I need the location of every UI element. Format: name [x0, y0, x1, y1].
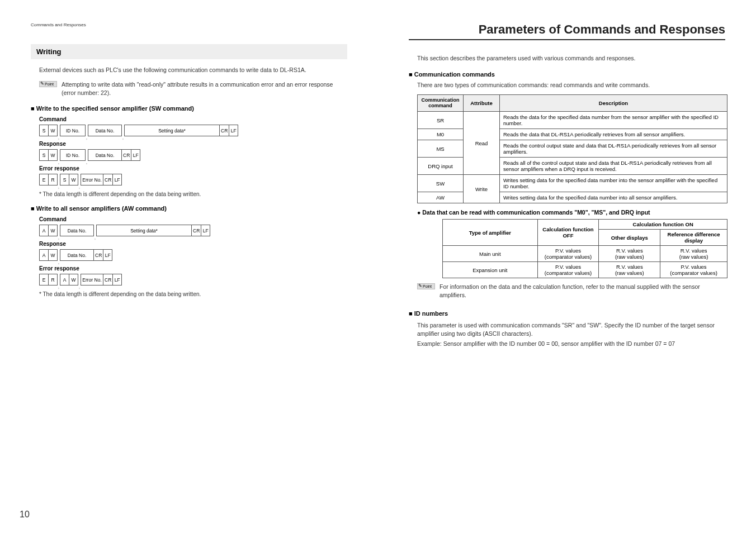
running-header: Commands and Responses — [31, 22, 347, 27]
section-title: Writing — [36, 47, 342, 56]
section-writing: Writing — [31, 44, 347, 59]
cell-main-other: R.V. values(raw values) — [599, 246, 660, 262]
cell-cr: CR — [192, 225, 201, 236]
cell-errno: Error No. — [81, 274, 103, 285]
cell-errno: Error No. — [81, 174, 103, 185]
cell-cr: CR — [103, 274, 113, 285]
point-badge: Point — [39, 81, 57, 87]
point-text: Attempting to write data with "read-only… — [62, 80, 347, 97]
cell-s: S — [40, 150, 49, 161]
cell-exp: Expansion unit — [443, 262, 538, 278]
cell-setting: Setting data* — [97, 225, 192, 236]
page-left: Commands and Responses Writing External … — [0, 0, 378, 533]
calc-table: Type of amplifier Calculation function O… — [442, 219, 727, 278]
desc-m0: Reads the data that DL-RS1A periodically… — [500, 129, 727, 140]
cell-s: S — [60, 174, 69, 185]
param-intro: This section describes the parameters us… — [417, 54, 725, 63]
aw-heading: ■ Write to all sensor amplifiers (AW com… — [31, 205, 347, 212]
cell-w: W — [49, 150, 58, 161]
point-note: Point Attempting to write data with "rea… — [39, 80, 347, 97]
th-calcoff: Calculation function OFF — [537, 220, 599, 246]
cell-datano: Data No. — [88, 125, 122, 136]
page-title-bar: Parameters of Commands and Responses — [409, 22, 725, 40]
cell-r: R — [49, 174, 58, 185]
desc-sw: Writes setting data for the specified da… — [500, 175, 727, 192]
cell-sw: SW — [418, 175, 464, 192]
row-exp: Expansion unit P.V. values(comparator va… — [443, 262, 727, 278]
cell-cr: CR — [122, 150, 131, 161]
th-ref: Reference difference display — [660, 230, 727, 246]
cell-setting: Setting data* — [125, 125, 220, 136]
cell-a: A — [40, 225, 49, 236]
row-main: Main unit P.V. values(comparator values)… — [443, 246, 727, 262]
cell-lf: LF — [201, 225, 210, 236]
cell-lf: LF — [113, 174, 122, 185]
th-attr: Attribute — [464, 94, 500, 112]
page-number: 10 — [20, 510, 30, 520]
dataread-heading: ● Data that can be read with communicati… — [417, 209, 725, 216]
cell-main-off: P.V. values(comparator values) — [537, 246, 599, 262]
cell-s: S — [40, 125, 49, 136]
cell-datano: Data No. — [88, 150, 122, 161]
cell-id: ID No. — [60, 150, 86, 161]
page-right: Parameters of Commands and Responses Thi… — [378, 0, 756, 533]
cell-e: E — [40, 274, 49, 285]
cell-lf: LF — [229, 125, 238, 136]
cell-datano: Data No. — [60, 225, 94, 236]
page-title: Parameters of Commands and Responses — [409, 22, 725, 40]
cell-datano: Data No. — [60, 250, 94, 261]
cell-w: W — [69, 274, 78, 285]
cell-exp-off: P.V. values(comparator values) — [537, 262, 599, 278]
sw-error-frame: E R S W Error No. CR LF — [39, 174, 347, 185]
cell-aw: AW — [418, 192, 464, 203]
cell-id: ID No. — [60, 125, 86, 136]
cell-write: Write — [464, 175, 500, 203]
sw-response-label: Response — [39, 141, 347, 147]
aw-command-frame: A W Data No. Setting data* CR LF — [39, 225, 347, 236]
aw-footnote: * The data length is different depending… — [39, 291, 347, 297]
cell-main: Main unit — [443, 246, 538, 262]
th-calcon: Calculation function ON — [599, 220, 727, 230]
cell-cr: CR — [94, 250, 103, 261]
cell-a: A — [40, 250, 49, 261]
cell-e: E — [40, 174, 49, 185]
cell-m0: M0 — [418, 129, 464, 140]
aw-response-label: Response — [39, 241, 347, 247]
sw-command-label: Command — [39, 116, 347, 122]
point-note-right: Point For information on the data and th… — [417, 283, 725, 299]
aw-response-frame: A W Data No. CR LF — [39, 249, 347, 261]
sw-heading: ■ Write to the specified sensor amplifie… — [31, 105, 347, 112]
cell-cr: CR — [220, 125, 229, 136]
th-type: Type of amplifier — [443, 220, 538, 246]
id-heading: ■ ID numbers — [409, 310, 725, 317]
writing-intro: External devices such as PLC's use the f… — [39, 66, 347, 75]
cell-w: W — [49, 250, 58, 261]
comm-table: Communication command Attribute Descript… — [417, 94, 727, 204]
cell-r: R — [49, 274, 58, 285]
desc-drq: Reads all of the control output state an… — [500, 158, 727, 175]
desc-ms: Reads the control output state and data … — [500, 140, 727, 158]
id-p2: Example: Sensor amplifier with the ID nu… — [417, 340, 725, 349]
th-cmd: Communication command — [418, 94, 464, 112]
cell-w: W — [49, 225, 58, 236]
id-p1: This parameter is used with communicatio… — [417, 321, 725, 339]
desc-aw: Writes setting data for the specified da… — [500, 192, 727, 203]
cell-ms: MS — [418, 140, 464, 158]
cell-read: Read — [464, 112, 500, 175]
cell-cr: CR — [103, 174, 113, 185]
comm-intro: There are two types of communication com… — [417, 81, 725, 90]
cell-w: W — [69, 174, 78, 185]
sw-error-label: Error response — [39, 165, 347, 172]
sw-response-frame: S W ID No. Data No. CR LF — [39, 149, 347, 161]
cell-main-ref: R.V. values(raw values) — [660, 246, 727, 262]
desc-sr: Reads the data for the specified data nu… — [500, 112, 727, 129]
comm-heading: ■ Communication commands — [409, 71, 725, 78]
sw-footnote: * The data length is different depending… — [39, 191, 347, 197]
cell-exp-other: R.V. values(raw values) — [599, 262, 660, 278]
sw-command-frame: S W ID No. Data No. Setting data* CR LF — [39, 125, 347, 136]
cell-lf: LF — [103, 250, 112, 261]
cell-w: W — [49, 125, 58, 136]
cell-sr: SR — [418, 112, 464, 129]
cell-exp-ref: P.V. values(comparator values) — [660, 262, 727, 278]
th-desc: Description — [500, 94, 727, 112]
